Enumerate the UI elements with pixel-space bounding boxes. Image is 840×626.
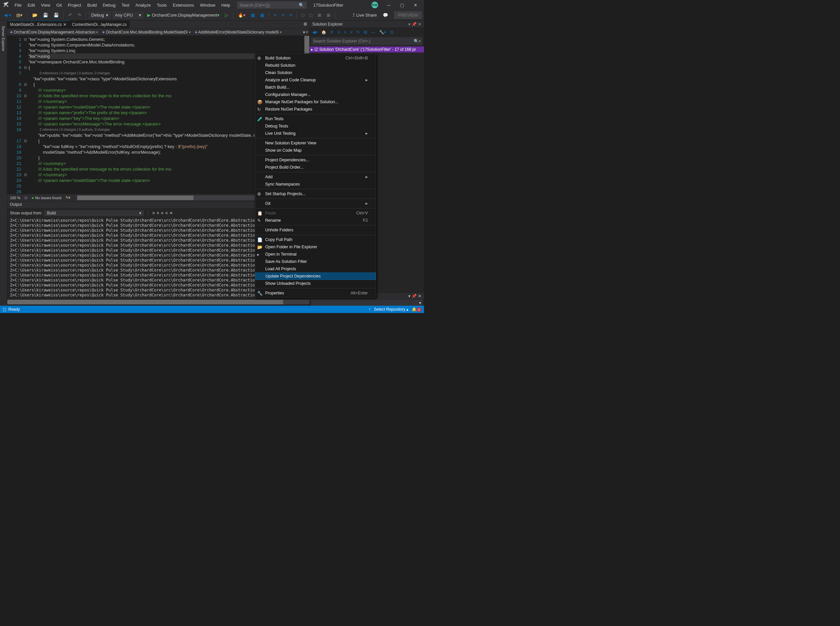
preview-badge[interactable]: PREVIEW: [394, 11, 422, 19]
tb-icon3[interactable]: ≡: [272, 12, 278, 19]
menu-edit[interactable]: Edit: [25, 2, 38, 9]
ctx-git[interactable]: Git▶: [255, 200, 376, 207]
ctx-update-project-dependencies[interactable]: Update Project Dependencies: [255, 272, 376, 280]
ctx-copy-full-path[interactable]: 📄Copy Full Path: [255, 236, 376, 243]
ctx-run-tests[interactable]: 🧪Run Tests: [255, 115, 376, 122]
solexp-wrench-icon[interactable]: 🔧▾: [378, 29, 388, 35]
ctx-configuration-manager-[interactable]: Configuration Manager...: [255, 91, 376, 98]
tb-icon4[interactable]: ≡: [280, 12, 286, 19]
zoom-level[interactable]: 100 %: [10, 196, 20, 200]
ctx-open-in-terminal[interactable]: ▸Open in Terminal: [255, 250, 376, 258]
menu-git[interactable]: Git: [53, 2, 64, 9]
solexp-refresh-icon[interactable]: ↻: [355, 29, 361, 35]
tb-icon8[interactable]: ⊞: [316, 12, 323, 19]
tb-icon7[interactable]: □: [308, 12, 314, 19]
solexp-search[interactable]: Search Solution Explorer (Ctrl+;) 🔍▾: [311, 37, 423, 45]
undo-button[interactable]: ↶: [66, 12, 74, 19]
config-combo[interactable]: Debug▾: [89, 12, 111, 19]
redo-button[interactable]: ↷: [75, 12, 83, 19]
ctx-set-startup-projects-[interactable]: ⚙Set Startup Projects...: [255, 190, 376, 197]
out-tb-3[interactable]: ≡: [161, 211, 163, 215]
ctx-debug-tests[interactable]: Debug Tests: [255, 122, 376, 130]
ctx-show-on-code-map[interactable]: Show on Code Map: [255, 147, 376, 154]
platform-combo[interactable]: Any CPU▾: [112, 12, 144, 19]
menu-view[interactable]: View: [38, 2, 53, 9]
menu-file[interactable]: File: [12, 2, 24, 9]
ctx-load-all-projects[interactable]: Load All Projects: [255, 265, 376, 272]
minimize-button[interactable]: ─: [382, 0, 396, 10]
solexp-home-icon[interactable]: 🏠: [320, 29, 328, 35]
ctx-manage-nuget-packages-for-solution-[interactable]: 📦Manage NuGet Packages for Solution...: [255, 98, 376, 106]
tb-icon5[interactable]: ≡: [287, 12, 294, 19]
menu-window[interactable]: Window: [197, 2, 218, 9]
nav-namespace[interactable]: ◈OrchardCore.Mvc.ModelBinding.ModelState…: [100, 30, 192, 35]
start-no-debug-button[interactable]: ▷: [223, 12, 230, 19]
server-explorer-tab[interactable]: Server Explorer: [0, 23, 7, 306]
ctx-batch-build-[interactable]: Batch Build...: [255, 84, 376, 91]
solexp-dropdown-icon[interactable]: ▾: [408, 22, 410, 27]
menu-extensions[interactable]: Extensions: [170, 2, 197, 9]
output-source-combo[interactable]: Build▾: [44, 210, 144, 216]
tb-icon6[interactable]: □: [300, 12, 306, 19]
pin-icon[interactable]: 📌: [412, 22, 417, 27]
ctx-add[interactable]: Add▶: [255, 173, 376, 181]
out-tb-1[interactable]: ≡: [152, 211, 154, 215]
ctx-project-build-order-[interactable]: Project Build Order...: [255, 164, 376, 171]
solexp-tb4[interactable]: ⊞: [363, 29, 369, 35]
close-icon[interactable]: ✕: [63, 22, 66, 27]
menu-test[interactable]: Test: [119, 2, 132, 9]
save-all-button[interactable]: 💾: [52, 12, 61, 19]
ai-icon[interactable]: ◎: [24, 196, 28, 200]
search-input[interactable]: Search (Ctrl+Q) 🔍: [237, 2, 307, 9]
out-tb-2[interactable]: ≡: [157, 211, 159, 215]
solexp-tb5[interactable]: —: [370, 29, 377, 35]
ctx-show-unloaded-projects[interactable]: Show Unloaded Projects: [255, 280, 376, 287]
ctx-open-folder-in-file-explorer[interactable]: 📂Open Folder in File Explorer: [255, 243, 376, 250]
solexp-sync-icon[interactable]: ⟳: [329, 29, 335, 35]
output-hscroll[interactable]: [7, 300, 309, 304]
nav-project[interactable]: ◈OrchardCore.DisplayManagement.Abstracti…: [9, 30, 99, 35]
repo-selector[interactable]: Select Repository ▴: [374, 307, 408, 311]
indent-icon[interactable]: ✎▾: [66, 196, 71, 200]
editor-tab-1[interactable]: ContentItemDi...layManager.cs: [69, 20, 130, 28]
menu-debug[interactable]: Debug: [100, 2, 118, 9]
tb-icon1[interactable]: ▦: [249, 12, 257, 19]
ctx-properties[interactable]: 🔧PropertiesAlt+Enter: [255, 290, 376, 297]
live-share-button[interactable]: ⤴ Live Share: [350, 12, 380, 19]
feedback-button[interactable]: 💬: [381, 12, 390, 19]
start-button[interactable]: ▶ OrchardCore.DisplayManagement ▾: [145, 12, 221, 19]
solution-root-item[interactable]: ▸☑Solution 'OrchardCore' ('17SolutionFil…: [310, 47, 424, 52]
menu-project[interactable]: Project: [65, 2, 84, 9]
ctx-unhide-folders[interactable]: Unhide Folders: [255, 226, 376, 234]
hot-reload-button[interactable]: 🔥▾: [236, 12, 248, 19]
ctx-restore-nuget-packages[interactable]: ↻Restore NuGet Packages: [255, 106, 376, 113]
menu-help[interactable]: Help: [219, 2, 233, 9]
ctx-live-unit-testing[interactable]: Live Unit Testing▶: [255, 130, 376, 137]
close-button[interactable]: ✕: [409, 0, 422, 10]
solexp-tb1[interactable]: ≡: [336, 29, 341, 35]
out-tb-5[interactable]: ✕: [170, 211, 173, 215]
ctx-build-solution[interactable]: ⚙Build SolutionCtrl+Shift+B: [255, 55, 376, 62]
user-avatar[interactable]: KW: [372, 2, 378, 8]
solexp-tb3[interactable]: ≡: [349, 29, 354, 35]
solexp-back[interactable]: ◀▾: [311, 29, 319, 35]
ctx-project-dependencies-[interactable]: Project Dependencies...: [255, 156, 376, 164]
maximize-button[interactable]: ▢: [396, 0, 409, 10]
new-item-button[interactable]: ▤▾: [14, 12, 25, 19]
ctx-analyze-and-code-cleanup[interactable]: Analyze and Code Cleanup▶: [255, 76, 376, 84]
source-control-icon[interactable]: ↑: [369, 307, 371, 311]
menu-analyze[interactable]: Analyze: [133, 2, 153, 9]
ctx-clean-solution[interactable]: Clean Solution: [255, 69, 376, 76]
split-icon[interactable]: ▾: [303, 30, 305, 34]
editor-tab-0[interactable]: ModelStateDi...Extensions.cs✕: [7, 20, 69, 28]
tb-icon2[interactable]: ▦: [258, 12, 266, 19]
tb-icon9[interactable]: ⊞: [325, 12, 332, 19]
menu-tools[interactable]: Tools: [154, 2, 170, 9]
solexp-tb2[interactable]: ≡: [342, 29, 347, 35]
ctx-rename[interactable]: ✎RenameF2: [255, 217, 376, 224]
save-button[interactable]: 💾: [41, 12, 50, 19]
out-tb-4[interactable]: ≡: [165, 211, 168, 215]
back-button[interactable]: ◀ ▾: [2, 12, 13, 19]
close-icon[interactable]: ✕: [418, 22, 421, 27]
properties-combo[interactable]: ▾: [311, 300, 423, 306]
